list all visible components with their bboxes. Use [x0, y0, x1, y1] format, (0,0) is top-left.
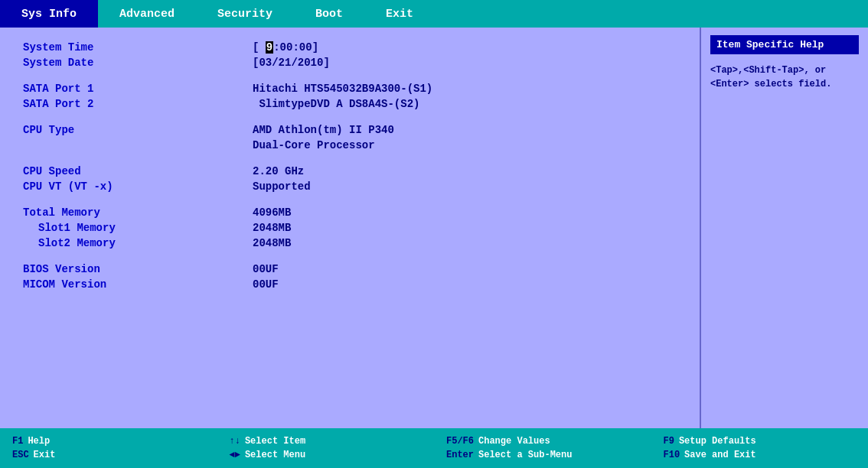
status-f5f6: F5/F6 Change Values — [434, 436, 651, 447]
cpu-speed-label: CPU Speed — [23, 165, 253, 177]
system-time-row: System Time [ 9:00:00] — [23, 41, 677, 54]
total-memory-value: 4096MB — [253, 206, 291, 219]
menu-item-boot[interactable]: Boot — [294, 0, 364, 28]
system-time-label: System Time — [23, 41, 253, 54]
micom-version-value: 00UF — [253, 278, 279, 291]
f5f6-desc: Change Values — [478, 436, 550, 447]
menu-item-exit[interactable]: Exit — [364, 0, 435, 28]
cpu-type-value: AMD Athlon(tm) II P340 — [253, 124, 394, 136]
menu-item-advanced[interactable]: Advanced — [98, 0, 196, 28]
status-row-2: ESC Exit ◄► Select Menu Enter Select a S… — [0, 448, 868, 462]
cpu-vt-row: CPU VT (VT -x) Supported — [23, 180, 677, 193]
system-time-value: [ 9:00:00] — [253, 41, 318, 54]
sata2-value: SlimtypeDVD A DS8A4S-(S2) — [253, 98, 419, 110]
leftright-arrow-icon: ◄► — [230, 450, 240, 460]
menu-bar: Sys Info Advanced Security Boot Exit — [0, 0, 868, 28]
system-date-label: System Date — [23, 57, 253, 69]
status-f10: F10 Save and Exit — [651, 450, 869, 460]
sata2-label: SATA Port 2 — [23, 98, 253, 110]
f10-key: F10 — [664, 450, 680, 460]
system-date-row: System Date [03/21/2010] — [23, 57, 677, 69]
bios-container: Sys Info Advanced Security Boot Exit Sys… — [0, 0, 868, 468]
sata1-row: SATA Port 1 Hitachi HTS545032B9A300-(S1) — [23, 83, 677, 95]
slot1-memory-row: Slot1 Memory 2048MB — [23, 222, 677, 234]
enter-key: Enter — [446, 450, 474, 460]
f10-desc: Save and Exit — [684, 450, 756, 460]
help-panel-text: <Tap>,<Shift-Tap>, or<Enter> selects fie… — [710, 63, 859, 91]
cpu-type-label: CPU Type — [23, 124, 253, 136]
status-select-menu: ◄► Select Menu — [217, 450, 435, 460]
enter-desc: Select a Sub-Menu — [478, 450, 572, 460]
select-menu-desc: Select Menu — [245, 450, 305, 460]
menu-item-sysinfo[interactable]: Sys Info — [0, 0, 98, 28]
content-area: System Time [ 9:00:00] System Date [03/2… — [0, 28, 700, 428]
f1-key: F1 — [12, 436, 23, 447]
total-memory-label: Total Memory — [23, 206, 253, 219]
total-memory-row: Total Memory 4096MB — [23, 206, 677, 219]
status-f9: F9 Setup Defaults — [651, 436, 869, 447]
cpu-speed-value: 2.20 GHz — [253, 165, 304, 177]
slot2-memory-value: 2048MB — [253, 237, 291, 249]
cpu-type-label2 — [23, 139, 253, 151]
help-panel: Item Specific Help <Tap>,<Shift-Tap>, or… — [700, 28, 868, 428]
select-item-desc: Select Item — [245, 436, 305, 447]
slot2-memory-row: Slot2 Memory 2048MB — [23, 237, 677, 249]
esc-key: ESC — [12, 450, 29, 460]
f5f6-key: F5/F6 — [446, 436, 474, 447]
f9-key: F9 — [664, 436, 674, 447]
status-select-item: ↑↓ Select Item — [217, 436, 435, 447]
status-esc: ESC Exit — [0, 450, 217, 460]
sata1-value: Hitachi HTS545032B9A300-(S1) — [253, 83, 432, 95]
bios-version-value: 00UF — [253, 263, 279, 275]
cpu-type-row2: Dual-Core Processor — [23, 139, 677, 151]
help-panel-title: Item Specific Help — [710, 35, 859, 54]
sata2-row: SATA Port 2 SlimtypeDVD A DS8A4S-(S2) — [23, 98, 677, 110]
status-bar: F1 Help ↑↓ Select Item F5/F6 Change Valu… — [0, 428, 868, 468]
main-area: System Time [ 9:00:00] System Date [03/2… — [0, 28, 868, 428]
micom-version-label: MICOM Version — [23, 278, 253, 291]
cpu-vt-label: CPU VT (VT -x) — [23, 180, 253, 193]
f1-desc: Help — [28, 436, 50, 447]
bios-version-label: BIOS Version — [23, 263, 253, 275]
micom-version-row: MICOM Version 00UF — [23, 278, 677, 291]
bios-version-row: BIOS Version 00UF — [23, 263, 677, 275]
cpu-type-value2: Dual-Core Processor — [253, 139, 375, 151]
status-row-1: F1 Help ↑↓ Select Item F5/F6 Change Valu… — [0, 434, 868, 448]
cpu-type-row: CPU Type AMD Athlon(tm) II P340 — [23, 124, 677, 136]
updown-arrow-icon: ↑↓ — [230, 436, 240, 447]
esc-desc: Exit — [34, 450, 56, 460]
time-hour-box[interactable]: 9 — [266, 41, 273, 54]
f9-desc: Setup Defaults — [679, 436, 756, 447]
cpu-speed-row: CPU Speed 2.20 GHz — [23, 165, 677, 177]
menu-item-security[interactable]: Security — [196, 0, 294, 28]
status-f1: F1 Help — [0, 436, 217, 447]
sata1-label: SATA Port 1 — [23, 83, 253, 95]
system-date-value: [03/21/2010] — [253, 57, 330, 69]
cpu-vt-value: Supported — [253, 180, 311, 193]
slot1-memory-label: Slot1 Memory — [23, 222, 253, 234]
status-enter: Enter Select a Sub-Menu — [434, 450, 651, 460]
slot2-memory-label: Slot2 Memory — [23, 237, 253, 249]
slot1-memory-value: 2048MB — [253, 222, 291, 234]
